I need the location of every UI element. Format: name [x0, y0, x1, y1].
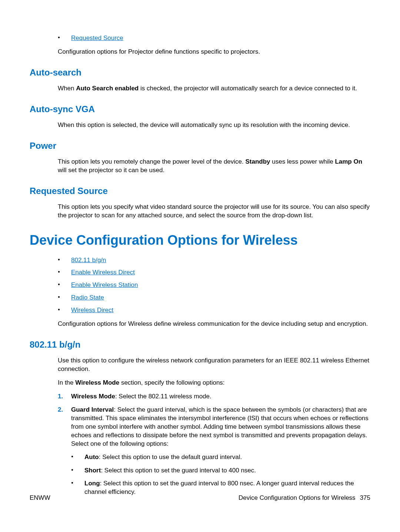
projector-config-description: Configuration options for Projector defi…: [58, 48, 370, 56]
requested-source-heading: Requested Source: [30, 186, 370, 196]
text-segment: : Select this option to use the default …: [99, 454, 242, 461]
link-enable-wireless-direct[interactable]: Enable Wireless Direct: [71, 269, 135, 276]
auto-sync-text: When this option is selected, the device…: [58, 121, 370, 130]
bold-text: Guard Interval: [71, 406, 114, 413]
text-segment: : Select this option to set the guard in…: [84, 480, 354, 495]
wireless-link-list: 802.11 b/g/n Enable Wireless Direct Enab…: [58, 256, 370, 315]
link-enable-wireless-station[interactable]: Enable Wireless Station: [71, 281, 138, 288]
link-radio-state[interactable]: Radio State: [71, 294, 104, 301]
bold-text: Wireless Mode: [75, 379, 119, 386]
list-item-auto: Auto: Select this option to use the defa…: [71, 453, 370, 462]
link-wireless-direct[interactable]: Wireless Direct: [71, 307, 113, 314]
auto-sync-vga-heading: Auto-sync VGA: [30, 104, 370, 114]
wireless-description: Configuration options for Wireless defin…: [58, 320, 370, 328]
power-heading: Power: [30, 141, 370, 151]
page-number: 375: [360, 494, 370, 501]
auto-search-text: When Auto Search enabled is checked, the…: [58, 84, 370, 93]
requested-source-text: This option lets you specify what video …: [58, 203, 370, 220]
auto-search-heading: Auto-search: [30, 67, 370, 78]
wireless-heading: Device Configuration Options for Wireles…: [30, 232, 370, 248]
text-segment: will set the projector so it can be used…: [58, 167, 164, 174]
list-item: 802.11 b/g/n: [58, 256, 370, 265]
list-item: Enable Wireless Station: [58, 281, 370, 290]
text-segment: When: [58, 85, 76, 92]
requested-source-link[interactable]: Requested Source: [71, 34, 123, 41]
bold-text: Auto: [84, 454, 99, 461]
power-text: This option lets you remotely change the…: [58, 158, 370, 175]
bold-text: Lamp On: [335, 158, 362, 165]
list-item: Enable Wireless Direct: [58, 268, 370, 277]
footer-right: Device Configuration Options for Wireles…: [239, 494, 370, 502]
80211-p1: Use this option to configure the wireles…: [58, 357, 370, 374]
list-item-short: Short: Select this option to set the gua…: [71, 466, 370, 475]
text-segment: section, specify the following options:: [119, 379, 224, 386]
top-link-list: Requested Source: [58, 34, 370, 43]
list-item-guard-interval: Guard Interval: Select the guard interva…: [58, 406, 370, 496]
list-item: Requested Source: [58, 34, 370, 43]
bold-text: Short: [84, 467, 101, 474]
text-segment: is checked, the projector will automatic…: [139, 85, 357, 92]
text-segment: : Select the guard interval, which is th…: [71, 406, 369, 447]
list-item: Wireless Direct: [58, 306, 370, 315]
text-segment: : Select the 802.11 wireless mode.: [115, 393, 211, 400]
footer-section-title: Device Configuration Options for Wireles…: [239, 494, 356, 501]
bold-text: Wireless Mode: [71, 393, 115, 400]
wireless-mode-options: Wireless Mode: Select the 802.11 wireles…: [58, 392, 370, 496]
page-container: Requested Source Configuration options f…: [0, 0, 400, 532]
text-segment: : Select this option to set the guard in…: [101, 467, 256, 474]
link-80211[interactable]: 802.11 b/g/n: [71, 257, 106, 264]
text-segment: uses less power while: [270, 158, 335, 165]
80211-p2: In the Wireless Mode section, specify th…: [58, 379, 370, 387]
text-segment: In the: [58, 379, 75, 386]
list-item-wireless-mode: Wireless Mode: Select the 802.11 wireles…: [58, 392, 370, 401]
list-item: Radio State: [58, 294, 370, 302]
page-footer: ENWW Device Configuration Options for Wi…: [30, 494, 370, 502]
text-segment: This option lets you remotely change the…: [58, 158, 246, 165]
bold-text: Standby: [246, 158, 270, 165]
bold-text: Long: [84, 480, 100, 487]
footer-left: ENWW: [30, 494, 50, 502]
80211-heading: 802.11 b/g/n: [30, 339, 370, 350]
bold-text: Auto Search enabled: [76, 85, 139, 92]
guard-interval-options: Auto: Select this option to use the defa…: [71, 453, 370, 497]
